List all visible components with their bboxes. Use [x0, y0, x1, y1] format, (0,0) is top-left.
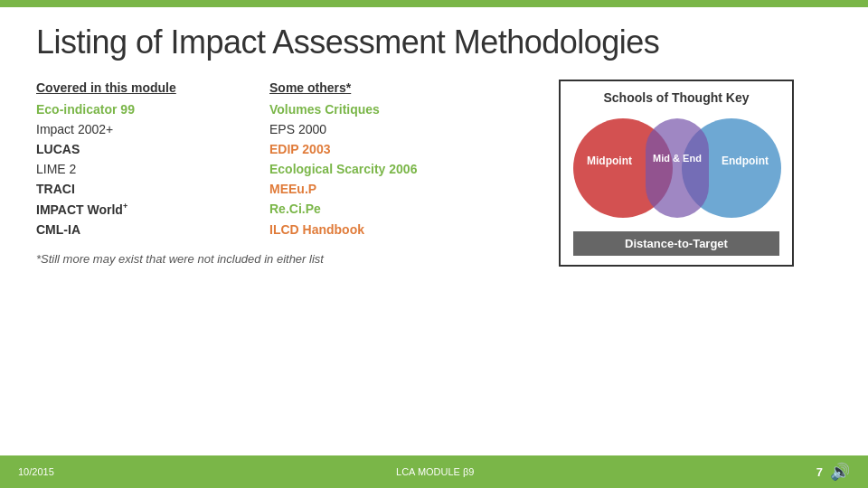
venn-section: Schools of Thought Key Midpoint Mid & En…: [521, 80, 832, 267]
table-row: IMPACT World+ Re.Ci.Pe: [36, 201, 503, 218]
slide-title: Listing of Impact Assessment Methodologi…: [36, 23, 832, 61]
footer-center: LCA MODULE β9: [396, 466, 474, 477]
schools-box: Schools of Thought Key Midpoint Mid & En…: [559, 80, 794, 267]
methodology-table: Covered in this module Some others* Eco-…: [36, 80, 503, 238]
footer-page: 7: [816, 465, 823, 479]
footnote: *Still more may exist that were not incl…: [36, 252, 503, 266]
table-row: TRACI MEEu.P: [36, 181, 503, 197]
col2-header: Some others*: [269, 80, 351, 97]
row6-col1: IMPACT World+: [36, 201, 269, 218]
table-row: Impact 2002+ EPS 2000: [36, 121, 503, 137]
slide: Listing of Impact Assessment Methodologi…: [0, 0, 868, 488]
row7-col1: CML-IA: [36, 221, 269, 238]
bottom-bar: 10/2015 LCA MODULE β9 7 🔊: [0, 455, 868, 488]
main-area: Covered in this module Some others* Eco-…: [36, 80, 832, 267]
table-row: Eco-indicator 99 Volumes Critiques: [36, 101, 503, 117]
mid-end-label: Mid & End: [650, 152, 704, 164]
footer-date: 10/2015: [18, 466, 54, 477]
col-covered-header: Covered in this module: [36, 80, 269, 96]
row6-col2: Re.Ci.Pe: [269, 201, 503, 218]
distance-label: Distance-to-Target: [573, 231, 779, 256]
row5-col2: MEEu.P: [269, 181, 503, 197]
midpoint-label: Midpoint: [578, 155, 641, 167]
row4-col1: LIME 2: [36, 161, 269, 177]
row3-col1: LUCAS: [36, 141, 269, 157]
schools-title: Schools of Thought Key: [573, 90, 779, 105]
table-row: CML-IA ILCD Handbook: [36, 221, 503, 238]
row1-col1: Eco-indicator 99: [36, 101, 269, 117]
row3-col2: EDIP 2003: [269, 141, 503, 157]
col-others-header: Some others*: [269, 80, 503, 96]
row4-col2: Ecological Scarcity 2006: [269, 161, 503, 177]
slide-content: Listing of Impact Assessment Methodologi…: [0, 7, 868, 488]
table-row: LUCAS EDIP 2003: [36, 141, 503, 157]
top-bar: [0, 0, 868, 7]
row5-col1: TRACI: [36, 181, 269, 197]
speaker-icon: 🔊: [830, 462, 850, 482]
row1-col2: Volumes Critiques: [269, 101, 503, 117]
row2-col1: Impact 2002+: [36, 121, 269, 137]
col1-header: Covered in this module: [36, 80, 176, 97]
table-row: LIME 2 Ecological Scarcity 2006: [36, 161, 503, 177]
mid-end-circle: [646, 118, 709, 218]
venn-diagram: Midpoint Mid & End Endpoint: [573, 114, 781, 222]
endpoint-label: Endpoint: [713, 155, 777, 167]
row7-col2: ILCD Handbook: [269, 221, 503, 238]
table-header-row: Covered in this module Some others*: [36, 80, 503, 96]
table-section: Covered in this module Some others* Eco-…: [36, 80, 503, 267]
row2-col2: EPS 2000: [269, 121, 503, 137]
